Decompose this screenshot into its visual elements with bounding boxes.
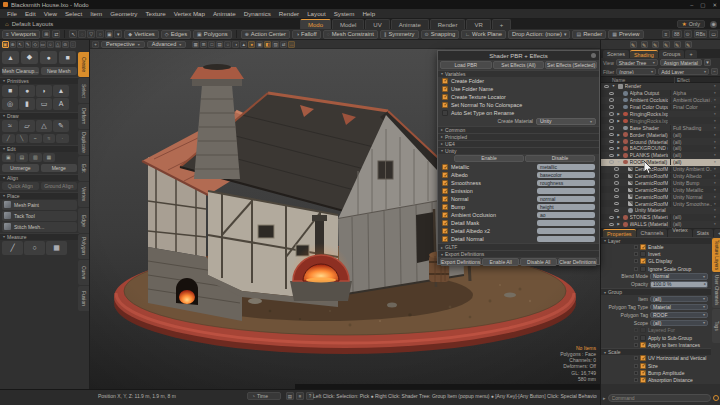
split-icon[interactable]: ▤ (16, 153, 29, 162)
layout-tab[interactable]: Modo (300, 19, 331, 29)
select-filter-icon[interactable]: ▾ (114, 30, 122, 38)
checkbox[interactable] (442, 94, 448, 100)
checkbox[interactable] (442, 188, 448, 194)
command-history-button[interactable] (713, 395, 720, 402)
shadow-icon[interactable]: ▨ (272, 41, 279, 48)
shader-tree-row[interactable]: CeramicRoofMoss_bas ... Unity Albedo (601, 173, 720, 180)
visibility-eye-icon[interactable] (609, 105, 614, 109)
export-definitions-header[interactable]: Export Definitions (438, 250, 599, 257)
visibility-eye-icon[interactable] (609, 133, 614, 137)
visibility-eye-icon[interactable] (614, 167, 619, 171)
visibility-eye-icon[interactable] (609, 140, 614, 144)
cube-icon[interactable]: ■ (2, 85, 18, 97)
visibility-eye-icon[interactable] (609, 223, 614, 227)
checkbox[interactable] (442, 196, 448, 202)
ruler-icon[interactable]: ╱ (2, 241, 23, 255)
smudge-icon[interactable]: ✎ (663, 41, 670, 48)
expand-arrow-icon[interactable]: ▶ (616, 222, 621, 226)
menu-item[interactable]: Animate (209, 10, 240, 17)
place-tool-item[interactable]: Tack Tool (2, 211, 77, 221)
shader-tree-row[interactable]: CeramicRoofMoss_met ... Unity Metallic (601, 186, 720, 193)
unity-section-header[interactable]: Unity (438, 147, 599, 154)
menu-item[interactable]: Help (358, 10, 379, 17)
panel-tab[interactable]: Shading (630, 50, 658, 58)
enable-button[interactable]: Enable (454, 155, 524, 163)
ground-align-button[interactable]: Ground Align (41, 182, 78, 190)
capsule-icon[interactable]: ▭ (36, 98, 52, 110)
unmerge-button[interactable]: Unmerge (2, 164, 39, 172)
dropdown[interactable]: Material (650, 304, 708, 311)
shader-tree-row[interactable]: Alpha Output Alpha (601, 90, 720, 97)
visibility-eye-icon[interactable] (614, 202, 619, 206)
spline-icon[interactable]: ~ (29, 134, 42, 143)
expand-arrow-icon[interactable]: ▶ (616, 133, 621, 137)
cone-primitive-icon[interactable]: ▲ (2, 51, 19, 64)
checkbox[interactable] (442, 164, 448, 170)
shader-tree-row[interactable]: ▶ BACKGROUND (Material) (all) (601, 145, 720, 152)
drop-action-dropdown[interactable]: Drop Action: (none)▾ (508, 30, 570, 39)
select-through-icon[interactable]: ▣ (105, 30, 113, 38)
menu-item[interactable]: Vertex Map (170, 10, 209, 17)
shader-tree-row[interactable]: ▼ Render (601, 83, 720, 90)
shader-tree-row[interactable]: ▼ ROOF (Material) (all) (601, 159, 720, 166)
collapsed-section-header[interactable]: Common (438, 126, 599, 133)
filter-funnel-icon[interactable]: ▼ (704, 59, 711, 66)
pen-tool-icon[interactable]: ✎ (25, 41, 32, 48)
expand-arrow-icon[interactable]: ▶ (616, 119, 621, 123)
shader-tree-row[interactable]: Unity Material (601, 207, 720, 214)
place-section-header[interactable]: Place (0, 192, 79, 199)
align-section-header[interactable]: Align (0, 174, 79, 181)
view-mode-dropdown[interactable]: Shader Tree (616, 59, 658, 66)
grid-icon[interactable]: ⊞ (200, 41, 207, 48)
wireframe-icon[interactable]: ▦ (192, 41, 199, 48)
mesh-constraint-button[interactable]: ◌Mesh Constraint (323, 30, 378, 39)
cube-primitive-icon[interactable]: ■ (59, 51, 76, 64)
viewports-button[interactable]: ≡Viewports (2, 30, 40, 39)
circle-tool-icon[interactable]: ○ (47, 41, 54, 48)
shader-tree-row[interactable]: CeramicRoofMoss_ao ... Unity Ambient O..… (601, 166, 720, 173)
checkbox[interactable] (442, 228, 448, 234)
dropdown[interactable]: ROOF (650, 312, 708, 319)
layout-switch-icon[interactable]: ⊞ (42, 30, 50, 38)
sidebar-tab[interactable]: Curve (78, 260, 89, 285)
menu-item[interactable]: Item (86, 10, 106, 17)
shader-tree-row[interactable]: CeramicRoofMoss_heig ... Unity Bump (601, 179, 720, 186)
layout-tab[interactable]: Animate (391, 19, 429, 29)
menu-item[interactable]: View (40, 10, 61, 17)
menu-item[interactable]: Select (61, 10, 86, 17)
effect-dropdown-icon[interactable] (714, 174, 720, 178)
fill-icon[interactable]: ✎ (685, 41, 692, 48)
visibility-eye-icon[interactable] (609, 126, 614, 130)
footer-button[interactable]: Disable All (520, 258, 557, 266)
panel-tab[interactable]: Groups (659, 50, 685, 58)
effect-dropdown-icon[interactable] (714, 133, 720, 137)
visibility-eye-icon[interactable] (614, 188, 619, 192)
cursor-tool-icon[interactable]: ↖ (17, 41, 24, 48)
map-suffix-field[interactable] (537, 236, 595, 243)
radius-icon[interactable]: ○ (24, 241, 45, 255)
pivot-icon[interactable]: ⊕ (10, 41, 17, 48)
mirror-icon[interactable]: ⇄ (280, 41, 287, 48)
effect-dropdown-icon[interactable] (714, 208, 720, 212)
map-suffix-field[interactable]: normal (537, 196, 595, 203)
texture-view-icon[interactable]: ▣ (256, 41, 263, 48)
layout-tab[interactable]: UV (365, 19, 389, 29)
layout-tab[interactable]: VR (466, 19, 490, 29)
cone-icon[interactable]: ▲ (53, 85, 69, 97)
lower-panel-tab[interactable]: Stats (693, 229, 713, 237)
primitives-section-header[interactable]: Primitives (0, 77, 79, 84)
new-mesh-button[interactable]: New Mesh (41, 67, 78, 75)
menu-item[interactable]: Edit (21, 10, 40, 17)
cone-view-icon[interactable]: ▲ (240, 41, 247, 48)
items-mode-icon[interactable]: ▣ (2, 41, 9, 48)
paintbrush-icon[interactable]: ✎ (630, 41, 637, 48)
torus-icon[interactable]: ◎ (2, 98, 18, 110)
swap-view-icon[interactable]: ⇄ (52, 30, 60, 38)
effect-dropdown-icon[interactable] (714, 98, 720, 102)
lasso-select-icon[interactable]: ◌ (78, 30, 86, 38)
effect-dropdown-icon[interactable] (714, 188, 720, 192)
expand-arrow-icon[interactable]: ▶ (616, 140, 621, 144)
collapsed-section-header[interactable]: UE4 (438, 140, 599, 147)
effect-dropdown-icon[interactable] (714, 126, 720, 130)
dropdown[interactable]: (all) (650, 296, 708, 303)
